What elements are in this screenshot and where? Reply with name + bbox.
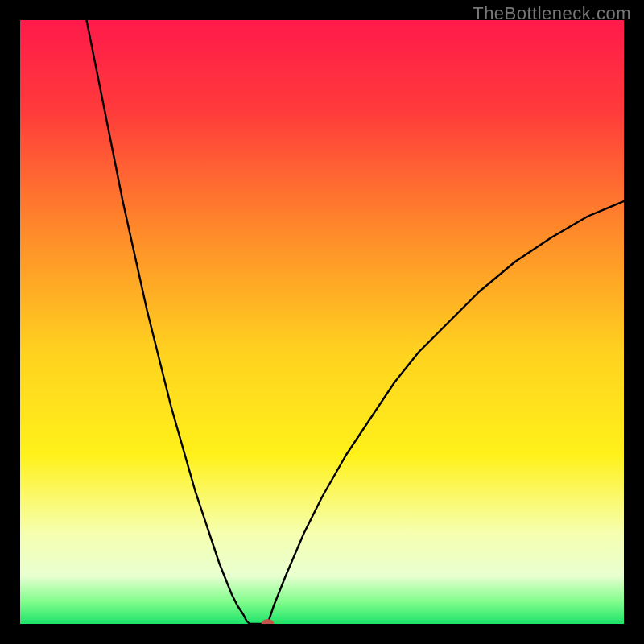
plot-area [20,20,624,624]
plot-svg [20,20,624,624]
watermark-text: TheBottleneck.com [473,3,631,24]
chart-container: TheBottleneck.com [0,0,644,644]
gradient-background [20,20,624,624]
